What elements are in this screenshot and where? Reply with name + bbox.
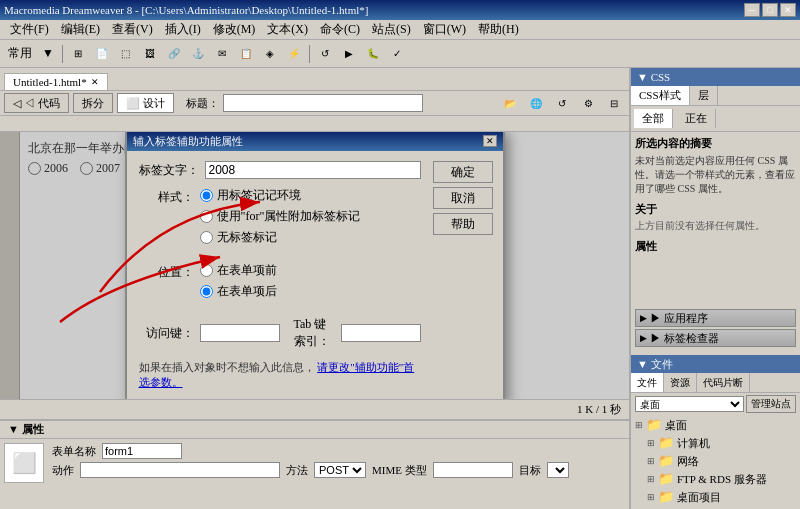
split-label: 拆分 [82, 96, 104, 111]
split-view-button[interactable]: 拆分 [73, 93, 113, 113]
file-manage-button[interactable]: 管理站点 [746, 395, 796, 413]
modal-ok-button[interactable]: 确定 [433, 161, 493, 183]
menu-view[interactable]: 查看(V) [106, 19, 159, 40]
design-view-button[interactable]: ⬜ 设计 [117, 93, 174, 113]
css-filter-all[interactable]: 全部 [634, 109, 673, 128]
toggle-btn[interactable]: ⊟ [603, 92, 625, 114]
toolbar-btn-10[interactable]: ⚡ [283, 43, 305, 65]
item-1-expand[interactable]: ⊞ [647, 456, 655, 466]
refresh-design-btn[interactable]: ↺ [551, 92, 573, 114]
item-3-expand[interactable]: ⊞ [647, 492, 655, 502]
accordion-tag[interactable]: ▶ ▶ 标签检查器 [635, 329, 796, 347]
item-2-expand[interactable]: ⊞ [647, 474, 655, 484]
toolbar-dropdown-arrow[interactable]: ▼ [38, 46, 58, 61]
toolbar-btn-4[interactable]: 🖼 [139, 43, 161, 65]
file-tabs: 文件 资源 代码片断 [631, 373, 800, 393]
toolbar-btn-14[interactable]: ✓ [386, 43, 408, 65]
modal-style-wrap-radio[interactable] [200, 189, 213, 202]
menu-modify[interactable]: 修改(M) [207, 19, 262, 40]
modal-help-button[interactable]: 帮助 [433, 213, 493, 235]
doc-tab-close-icon[interactable]: ✕ [91, 77, 99, 87]
modal-pos-before-label: 在表单项前 [217, 262, 277, 279]
modal-label-text-input[interactable] [205, 161, 421, 179]
modal-style-for-radio[interactable] [200, 210, 213, 223]
css-tab-styles[interactable]: CSS样式 [631, 86, 690, 105]
modal-close-button[interactable]: ✕ [483, 135, 497, 147]
menu-insert[interactable]: 插入(I) [159, 19, 207, 40]
toolbar-btn-13[interactable]: 🐛 [362, 43, 384, 65]
modal-style-for[interactable]: 使用"for"属性附加标签标记 [200, 208, 361, 225]
file-location-select[interactable]: 桌面 [635, 396, 744, 412]
css-tab-layers[interactable]: 层 [690, 86, 718, 105]
modal-style-none-radio[interactable] [200, 231, 213, 244]
modal-tab-input[interactable] [341, 324, 421, 342]
modal-style-none[interactable]: 无标签标记 [200, 229, 361, 246]
file-browse-btn[interactable]: 📂 [499, 92, 521, 114]
toolbar-btn-9[interactable]: ◈ [259, 43, 281, 65]
menu-file[interactable]: 文件(F) [4, 19, 55, 40]
modal-style-wrap[interactable]: 用标签记记环境 [200, 187, 361, 204]
minimize-button[interactable]: ─ [744, 3, 760, 17]
file-tree-item-1[interactable]: ⊞ 📁 网络 [647, 453, 796, 469]
menu-site[interactable]: 站点(S) [366, 19, 417, 40]
toolbar-btn-11[interactable]: ↺ [314, 43, 336, 65]
ruler: 100 150 200 250 300 350 400 450 500 550 [0, 116, 629, 132]
file-tree-item-3[interactable]: ⊞ 📁 桌面项目 [647, 489, 796, 505]
css-filter-current[interactable]: 正在 [677, 109, 716, 128]
menu-command[interactable]: 命令(C) [314, 19, 366, 40]
modal-style-options: 用标签记记环境 使用"for"属性附加标签标记 无标签标记 [200, 187, 361, 246]
view-options-btn[interactable]: ⚙ [577, 92, 599, 114]
doc-tab-active[interactable]: Untitled-1.html* ✕ [4, 73, 108, 90]
modal-style-for-label: 使用"for"属性附加标签标记 [217, 208, 361, 225]
item-0-expand[interactable]: ⊞ [647, 438, 655, 448]
head-icon: ◈ [266, 48, 274, 59]
accordion-tag-header[interactable]: ▶ ▶ 标签检查器 [635, 329, 796, 347]
menu-help[interactable]: 帮助(H) [472, 19, 525, 40]
toolbar-btn-3[interactable]: ⬚ [115, 43, 137, 65]
accordion-app[interactable]: ▶ ▶ 应用程序 [635, 309, 796, 327]
prop-name-input[interactable] [102, 443, 182, 459]
file-tab-files[interactable]: 文件 [631, 373, 664, 392]
prop-mime-input[interactable] [433, 462, 513, 478]
prop-target-select[interactable] [547, 462, 569, 478]
code-view-button[interactable]: ◁ ◁ 代码 [4, 93, 69, 113]
toolbar-btn-7[interactable]: ✉ [211, 43, 233, 65]
modal-access-input[interactable] [200, 324, 280, 342]
accordion-app-header[interactable]: ▶ ▶ 应用程序 [635, 309, 796, 327]
editor-content[interactable]: 北京在那一年举办的奥运 2006 2007 辅 [0, 132, 629, 399]
file-tab-assets[interactable]: 资源 [664, 373, 697, 392]
toolbar-btn-2[interactable]: 📄 [91, 43, 113, 65]
root-expand-icon[interactable]: ⊞ [635, 420, 643, 430]
modal-overlay: 辅入标签辅助功能属性 ✕ 标签文字： [0, 132, 629, 399]
modal-position-row: 位置： 在表单项前 在表单项后 [139, 262, 421, 300]
form-icon: ⬚ [121, 48, 130, 59]
toolbar-btn-1[interactable]: ⊞ [67, 43, 89, 65]
toolbar-btn-12[interactable]: ▶ [338, 43, 360, 65]
css-props-title: 属性 [635, 239, 796, 254]
title-input[interactable] [223, 94, 423, 112]
menu-window[interactable]: 窗口(W) [417, 19, 472, 40]
modal-pos-after-radio[interactable] [200, 285, 213, 298]
modal-pos-after[interactable]: 在表单项后 [200, 283, 277, 300]
script-icon: ⚡ [288, 48, 300, 59]
accordion-tag-arrow: ▶ [640, 333, 647, 343]
modal-pos-before-radio[interactable] [200, 264, 213, 277]
modal-style-wrap-label: 用标签记记环境 [217, 187, 301, 204]
toolbar-btn-6[interactable]: ⚓ [187, 43, 209, 65]
toolbar-btn-5[interactable]: 🔗 [163, 43, 185, 65]
menu-edit[interactable]: 编辑(E) [55, 19, 106, 40]
modal-pos-before[interactable]: 在表单项前 [200, 262, 277, 279]
close-button[interactable]: ✕ [780, 3, 796, 17]
prop-method-select[interactable]: POST GET [314, 462, 366, 478]
restore-button[interactable]: □ [762, 3, 778, 17]
toolbar-btn-8[interactable]: 📋 [235, 43, 257, 65]
globe-btn[interactable]: 🌐 [525, 92, 547, 114]
file-tree-item-2[interactable]: ⊞ 📁 FTP & RDS 服务器 [647, 471, 796, 487]
prop-action-input[interactable] [80, 462, 280, 478]
file-tab-snippets[interactable]: 代码片断 [697, 373, 750, 392]
doc-tab-name: Untitled-1.html* [13, 76, 87, 88]
file-tree-item-0[interactable]: ⊞ 📁 计算机 [647, 435, 796, 451]
menu-text[interactable]: 文本(X) [261, 19, 314, 40]
template-icon: 📋 [240, 48, 252, 59]
modal-cancel-button[interactable]: 取消 [433, 187, 493, 209]
